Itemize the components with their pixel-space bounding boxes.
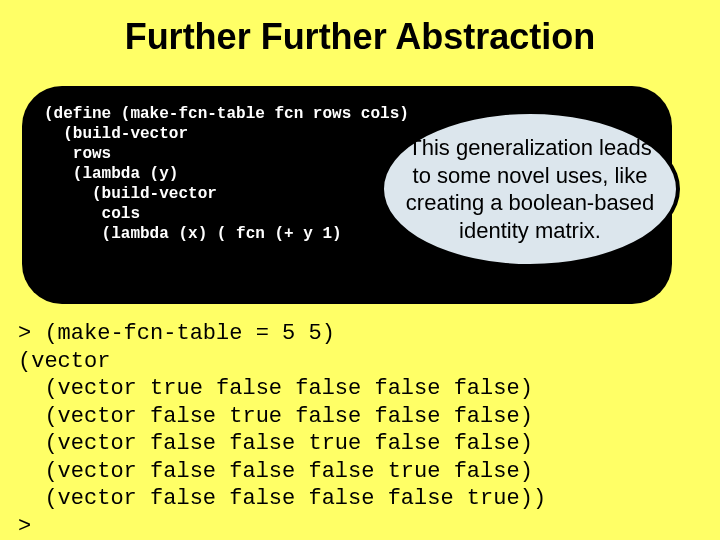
code-line: cols: [44, 205, 140, 223]
output-line: > (make-fcn-table = 5 5): [18, 321, 335, 346]
output-text: > (make-fcn-table = 5 5) (vector (vector…: [18, 320, 718, 540]
output-line: (vector false true false false false): [18, 404, 533, 429]
code-line: (define (make-fcn-table fcn rows cols): [44, 105, 409, 123]
repl-output-block: > (make-fcn-table = 5 5) (vector (vector…: [18, 320, 718, 540]
code-line: (lambda (y): [44, 165, 178, 183]
code-line: rows: [44, 145, 111, 163]
code-line: (build-vector: [44, 185, 217, 203]
slide-title: Further Further Abstraction: [0, 0, 720, 58]
slide: Further Further Abstraction (define (mak…: [0, 0, 720, 540]
output-line: (vector: [18, 349, 110, 374]
output-line: (vector true false false false false): [18, 376, 533, 401]
output-line: (vector false false false false true)): [18, 486, 546, 511]
code-line: (build-vector: [44, 125, 188, 143]
callout-bubble: This generalization leads to some novel …: [380, 110, 680, 268]
output-line: (vector false false true false false): [18, 431, 533, 456]
output-line: >: [18, 514, 31, 539]
output-line: (vector false false false true false): [18, 459, 533, 484]
code-line: (lambda (x) ( fcn (+ y 1): [44, 225, 342, 243]
callout-text: This generalization leads to some novel …: [406, 135, 654, 243]
